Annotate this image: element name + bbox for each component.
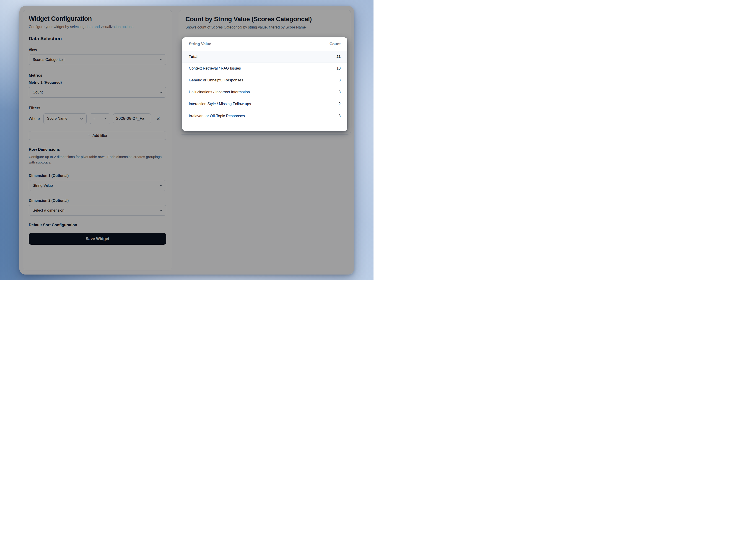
filter-field-value: Score Name	[47, 117, 68, 121]
dimension2-select[interactable]: Select a dimension	[29, 205, 166, 216]
row-string-value: Interaction Style / Missing Follow-ups	[189, 102, 251, 106]
chevron-down-icon	[160, 208, 162, 211]
total-label: Total	[189, 54, 198, 59]
view-label: View	[29, 48, 166, 52]
config-panel: Widget Configuration Configure your widg…	[23, 10, 172, 271]
dimension1-select-value: String Value	[33, 183, 53, 188]
table-row: Hallucinations / Incorrect Information 3	[182, 86, 347, 98]
dimension1-label: Dimension 1 (Optional)	[29, 174, 166, 178]
column-header-count: Count	[330, 42, 341, 46]
row-dimensions-description: Configure up to 2 dimensions for pivot t…	[29, 154, 165, 165]
save-widget-button[interactable]: Save Widget	[29, 233, 166, 245]
table-row: Generic or Unhelpful Responses 3	[182, 74, 347, 86]
total-count: 21	[337, 54, 341, 59]
dimension1-select[interactable]: String Value	[29, 180, 166, 191]
metric1-select-value: Count	[33, 90, 43, 94]
where-label: Where	[29, 117, 40, 121]
row-count: 3	[339, 78, 341, 82]
table-body: Context Retrieval / RAG Issues 10 Generi…	[182, 62, 347, 122]
data-selection-heading: Data Selection	[29, 36, 166, 41]
column-header-string-value: String Value	[189, 42, 211, 46]
row-dimensions-heading: Row Dimensions	[29, 147, 166, 152]
preview-title: Count by String Value (Scores Categorica…	[185, 16, 344, 23]
row-string-value: Irrelevant or Off-Topic Responses	[189, 114, 245, 118]
config-panel-title: Widget Configuration	[29, 15, 166, 22]
filters-heading: Filters	[29, 106, 166, 110]
preview-subtitle: Shows count of Scores Categorical by str…	[185, 24, 344, 30]
filter-operator-value: =	[94, 117, 96, 121]
row-count: 3	[339, 114, 341, 118]
row-string-value: Generic or Unhelpful Responses	[189, 78, 243, 82]
view-select-value: Scores Categorical	[33, 57, 64, 62]
metric1-label: Metric 1 (Required)	[29, 80, 166, 84]
filter-field-select[interactable]: Score Name	[43, 113, 87, 124]
filter-operator-select[interactable]: =	[89, 113, 110, 124]
metrics-heading: Metrics	[29, 73, 166, 78]
plus-icon: +	[87, 132, 90, 138]
row-string-value: Hallucinations / Incorrect Information	[189, 90, 250, 94]
chevron-down-icon	[160, 90, 162, 93]
row-string-value: Context Retrieval / RAG Issues	[189, 66, 241, 71]
widget-config-modal: Widget Configuration Configure your widg…	[19, 6, 354, 275]
view-select[interactable]: Scores Categorical	[29, 54, 166, 65]
filter-value-text: 2025-08-27_Fa	[116, 116, 145, 121]
chevron-down-icon	[160, 58, 162, 61]
preview-table-card: String Value Count Total 21 Context Retr…	[182, 37, 347, 131]
chevron-down-icon	[105, 117, 108, 120]
metric1-select[interactable]: Count	[29, 87, 166, 98]
filter-row: Where Score Name = 2025-08-27_Fa ✕	[29, 113, 166, 124]
dimension2-select-value: Select a dimension	[33, 208, 64, 212]
dimension2-label: Dimension 2 (Optional)	[29, 199, 166, 203]
table-row: Context Retrieval / RAG Issues 10	[182, 62, 347, 74]
table-header-row: String Value Count	[182, 37, 347, 51]
config-panel-subtitle: Configure your widget by selecting data …	[29, 24, 146, 30]
chevron-down-icon	[80, 117, 83, 120]
add-filter-button[interactable]: + Add filter	[29, 131, 166, 140]
table-row: Interaction Style / Missing Follow-ups 2	[182, 98, 347, 110]
table-total-row: Total 21	[182, 51, 347, 62]
row-count: 10	[337, 66, 341, 71]
preview-panel: Count by String Value (Scores Categorica…	[179, 10, 351, 134]
row-count: 3	[339, 90, 341, 94]
remove-filter-icon[interactable]: ✕	[156, 116, 160, 121]
default-sort-heading: Default Sort Configuration	[29, 223, 166, 227]
screen: Widget Configuration Configure your widg…	[0, 0, 374, 280]
add-filter-label: Add filter	[93, 133, 107, 138]
table-row: Irrelevant or Off-Topic Responses 3	[182, 110, 347, 122]
row-count: 2	[339, 102, 341, 106]
chevron-down-icon	[160, 183, 162, 186]
filter-value-input[interactable]: 2025-08-27_Fa	[113, 113, 151, 124]
